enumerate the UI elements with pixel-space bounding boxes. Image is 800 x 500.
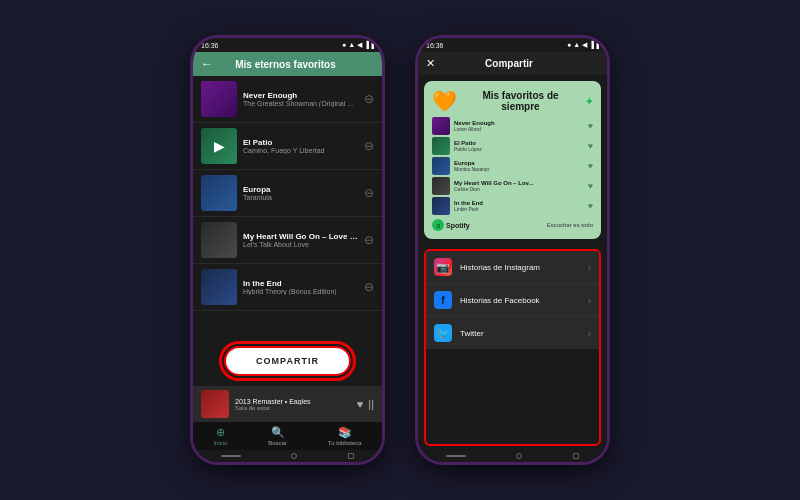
card-thumb — [432, 137, 450, 155]
card-song-item: El Patio Pablo López ♥ — [432, 137, 593, 155]
song-item[interactable]: My Heart Will Go On – Love The... Let's … — [193, 217, 382, 264]
spotify-text: Spotify — [446, 222, 470, 229]
song-item[interactable]: Never Enough The Greatest Showman (Origi… — [193, 76, 382, 123]
share-option-label: Historias de Instagram — [460, 263, 580, 272]
status-icons-1: ● ▲ ◀ ▐▐ — [342, 41, 374, 49]
nav-buscar-label: Buscar — [268, 440, 287, 446]
np-info: 2013 Remaster • Eagles Sala de estar — [235, 398, 351, 411]
song-item[interactable]: Europa Tarantula ⊖ — [193, 170, 382, 217]
card-song-item: My Heart Will Go On – Lov... Celine Dion… — [432, 177, 593, 195]
song-title: Europa — [243, 185, 358, 194]
time-1: 16:36 — [201, 42, 219, 49]
song-thumb — [201, 175, 237, 211]
spotify-logo: ♫ Spotify — [432, 219, 470, 231]
song-thumb — [201, 269, 237, 305]
song-more-icon[interactable]: ⊖ — [364, 92, 374, 106]
status-bar-1: 16:36 ● ▲ ◀ ▐▐ — [193, 38, 382, 52]
card-thumb — [432, 177, 450, 195]
card-song-item: In the End Linkin Park ♥ — [432, 197, 593, 215]
phone1-header: ← Mis eternos favoritos — [193, 52, 382, 76]
home-gesture — [291, 453, 297, 459]
system-nav-1 — [193, 450, 382, 462]
phone-2: 16:36 ● ▲ ◀ ▐▐ ✕ Compartir 🧡 Mis favorit… — [415, 35, 610, 465]
song-info: Europa Tarantula — [243, 185, 358, 201]
card-heart-icon: ♥ — [588, 201, 593, 211]
song-more-icon[interactable]: ⊖ — [364, 139, 374, 153]
song-title: Never Enough — [243, 91, 358, 100]
heart-icon[interactable]: ♥ — [357, 398, 364, 410]
card-title: Mis favoritos de siempre — [460, 90, 581, 112]
card-heart-icon: ♥ — [588, 121, 593, 131]
share-options: 📷 Historias de Instagram › f Historias d… — [424, 249, 601, 446]
song-title: El Patio — [243, 138, 358, 147]
card-heart-icon: ♥ — [588, 181, 593, 191]
plus-decoration: ✦ — [585, 96, 593, 107]
card-thumb — [432, 197, 450, 215]
song-artist: Tarantula — [243, 194, 358, 201]
card-song-info: Europa Monica Naranjo — [454, 160, 584, 172]
recent-gesture — [348, 453, 354, 459]
song-info: Never Enough The Greatest Showman (Origi… — [243, 91, 358, 107]
card-footer: ♫ Spotify Escuchar es todo — [432, 219, 593, 231]
close-button[interactable]: ✕ — [426, 57, 435, 70]
card-song-item: Europa Monica Naranjo ♥ — [432, 157, 593, 175]
time-2: 16:36 — [426, 42, 444, 49]
song-list: Never Enough The Greatest Showman (Origi… — [193, 76, 382, 336]
nav-buscar[interactable]: 🔍 Buscar — [268, 426, 287, 446]
song-info: El Patio Camino, Fuego Y Libertad — [243, 138, 358, 154]
escuchar-label[interactable]: Escuchar es todo — [547, 222, 593, 228]
compartir-button[interactable]: COMPARTIR — [224, 346, 351, 376]
song-thumb — [201, 81, 237, 117]
song-item[interactable]: ▶ El Patio Camino, Fuego Y Libertad ⊖ — [193, 123, 382, 170]
share-title: Compartir — [485, 58, 533, 69]
share-option[interactable]: 📷 Historias de Instagram › — [426, 251, 599, 284]
song-item[interactable]: In the End Hybrid Theory (Bonus Edition)… — [193, 264, 382, 311]
song-more-icon[interactable]: ⊖ — [364, 233, 374, 247]
phone1-content: Never Enough The Greatest Showman (Origi… — [193, 76, 382, 386]
np-controls[interactable]: ♥ || — [357, 398, 374, 410]
library-icon: 📚 — [338, 426, 352, 439]
nav-biblioteca[interactable]: 📚 Tu biblioteca — [328, 426, 362, 446]
heart-decoration: 🧡 — [432, 89, 456, 113]
share-option[interactable]: f Historias de Facebook › — [426, 284, 599, 317]
song-thumb: ▶ — [201, 128, 237, 164]
chevron-right-icon: › — [588, 328, 591, 339]
card-songs: Never Enough Loren Allred ♥ El Patio Pab… — [432, 117, 593, 215]
share-card: 🧡 Mis favoritos de siempre ✦ Never Enoug… — [424, 81, 601, 239]
song-more-icon[interactable]: ⊖ — [364, 280, 374, 294]
card-song-artist: Loren Allred — [454, 126, 584, 132]
song-more-icon[interactable]: ⊖ — [364, 186, 374, 200]
phone2-header: ✕ Compartir — [418, 52, 607, 75]
card-song-info: In the End Linkin Park — [454, 200, 584, 212]
status-icons-2: ● ▲ ◀ ▐▐ — [567, 41, 599, 49]
song-info: In the End Hybrid Theory (Bonus Edition) — [243, 279, 358, 295]
card-heart-icon: ♥ — [588, 161, 593, 171]
home-icon: ⊕ — [216, 426, 225, 439]
card-song-info: Never Enough Loren Allred — [454, 120, 584, 132]
bottom-nav-1: ⊕ Inicio 🔍 Buscar 📚 Tu biblioteca — [193, 422, 382, 450]
nav-inicio[interactable]: ⊕ Inicio — [213, 426, 227, 446]
song-title: In the End — [243, 279, 358, 288]
np-artist: Sala de estar — [235, 405, 351, 411]
card-heart-icon: ♥ — [588, 141, 593, 151]
card-song-artist: Pablo López — [454, 146, 584, 152]
back-gesture — [221, 455, 241, 457]
pause-icon[interactable]: || — [368, 398, 374, 410]
card-song-artist: Monica Naranjo — [454, 166, 584, 172]
song-artist: Hybrid Theory (Bonus Edition) — [243, 288, 358, 295]
np-thumb — [201, 390, 229, 418]
nav-inicio-label: Inicio — [213, 440, 227, 446]
song-thumb — [201, 222, 237, 258]
phone2-content: 🧡 Mis favoritos de siempre ✦ Never Enoug… — [418, 75, 607, 450]
card-song-artist: Linkin Park — [454, 206, 584, 212]
card-song-item: Never Enough Loren Allred ♥ — [432, 117, 593, 135]
search-icon: 🔍 — [271, 426, 285, 439]
song-artist: Camino, Fuego Y Libertad — [243, 147, 358, 154]
back-arrow[interactable]: ← — [201, 57, 213, 71]
song-artist: Let's Talk About Love — [243, 241, 358, 248]
share-option[interactable]: 🐦 Twitter › — [426, 317, 599, 349]
share-option-label: Historias de Facebook — [460, 296, 580, 305]
nav-biblioteca-label: Tu biblioteca — [328, 440, 362, 446]
card-song-info: El Patio Pablo López — [454, 140, 584, 152]
playlist-title: Mis eternos favoritos — [219, 59, 352, 70]
